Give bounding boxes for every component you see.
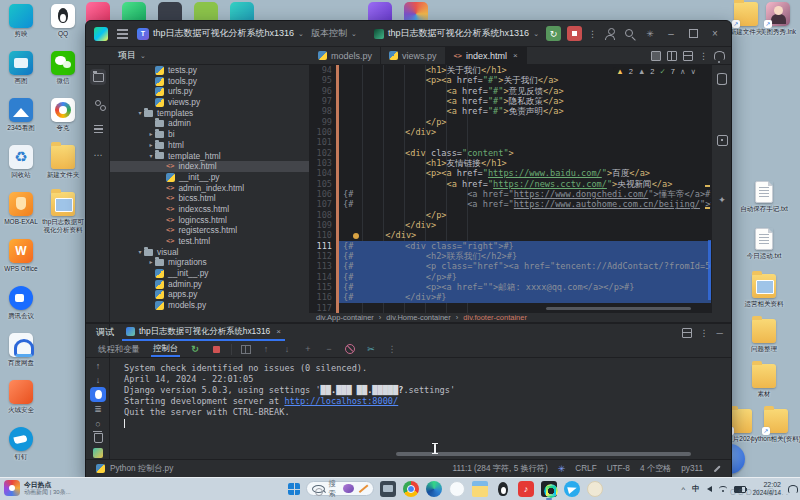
debug-tab-线程和变量[interactable]: 线程和变量 (96, 341, 142, 357)
desktop-icon-运营相关资料[interactable]: 运营相关资料 (736, 274, 792, 308)
desktop-icon-QQ[interactable]: QQ (42, 4, 84, 38)
notification-center-icon[interactable] (788, 485, 798, 493)
line-number[interactable]: 108 (310, 210, 336, 220)
breadcrumb-item[interactable]: div.App-container (316, 313, 374, 322)
tree-arrow-icon[interactable]: ▾ (136, 108, 144, 119)
taskbar-search[interactable]: 搜索 (306, 481, 374, 496)
desktop-icon-腾讯会议[interactable]: 腾讯会议 (0, 286, 42, 320)
project-panel-header[interactable]: 项目 ⌄ (86, 47, 310, 64)
line-number[interactable]: 111 (310, 241, 336, 251)
close-icon[interactable]: × (276, 327, 281, 336)
project-folder-icon[interactable] (90, 69, 106, 85)
tree-item-indexcss.html[interactable]: <>indexcss.html (110, 204, 309, 215)
more-icon[interactable]: ⋮ (699, 51, 708, 61)
tree-item-logincss.html[interactable]: <>logincss.html (110, 215, 309, 226)
battery-icon[interactable] (734, 486, 746, 493)
tree-arrow-icon[interactable]: ▸ (147, 129, 155, 140)
tree-item-apps.py[interactable]: apps.py (110, 289, 309, 300)
desktop-icon-素材[interactable]: 素材 (736, 364, 792, 398)
tree-item-tests.py[interactable]: tests.py (110, 65, 309, 76)
hide-panel-icon[interactable]: ─ (717, 328, 723, 338)
tree-arrow-icon[interactable]: ▸ (147, 140, 155, 151)
tree-item-__init__.py[interactable]: __init__.py (110, 172, 309, 183)
plus-icon[interactable]: + (302, 343, 314, 355)
desktop-icon-回收站[interactable]: 回收站 (0, 145, 42, 179)
pencil-icon[interactable] (714, 465, 721, 472)
layout-grid-icon[interactable] (683, 51, 693, 61)
tree-item-registercss.html[interactable]: <>registercss.html (110, 225, 309, 236)
arrow-down-icon[interactable]: ↓ (90, 373, 106, 388)
status-caret-position[interactable]: 111:1 (284 字符, 5 换行符) (453, 463, 548, 474)
desktop-icon-今日运动.txt[interactable]: 今日运动.txt (736, 228, 792, 260)
desktop-icon-美图秀秀.lnk[interactable]: ↗美图秀秀.lnk (750, 2, 800, 36)
desktop-icon-火绒安全[interactable]: 火绒安全 (0, 380, 42, 414)
line-number[interactable]: 105 (310, 179, 336, 189)
image-icon[interactable] (90, 445, 106, 460)
more-icon[interactable]: ⋯ (90, 147, 106, 163)
status-line-separator[interactable]: CRLF (575, 464, 596, 473)
debug-tab-控制台[interactable]: 控制台 (151, 341, 180, 357)
stop-button[interactable] (567, 26, 582, 41)
news-widget[interactable]: 今日热点 动画新闻 | 30条... (4, 480, 71, 496)
line-number[interactable]: 94 (310, 65, 336, 75)
layout-settings-icon[interactable] (682, 328, 692, 338)
editor-tab-views.py[interactable]: views.py (381, 47, 446, 64)
breadcrumb-item[interactable]: div.Home-container (386, 313, 450, 322)
search-icon[interactable] (623, 27, 637, 41)
line-number[interactable]: 116 (310, 292, 336, 302)
tree-item-__init__.py[interactable]: __init__.py (110, 268, 309, 279)
desktop-icon-钉钉[interactable]: 钉钉 (0, 427, 42, 461)
run-config-selector[interactable]: thp日志数据可视化分析系统hx1316 ⌄ (374, 27, 539, 40)
notifications-bell-icon[interactable] (714, 51, 725, 60)
line-number[interactable]: 101 (310, 137, 336, 147)
desktop-icon-夸克[interactable]: 夸克 (42, 98, 84, 132)
status-file-encoding[interactable]: UTF-8 (607, 464, 630, 473)
console-horizontal-scrollbar[interactable] (396, 452, 691, 456)
status-indent-setting[interactable]: 4 个空格 (640, 463, 671, 474)
settings-gear-icon[interactable]: ✳ (643, 27, 657, 41)
mute-breakpoints-icon[interactable] (344, 343, 356, 355)
tree-item-html[interactable]: ▸html (110, 140, 309, 151)
desktop-icon-新建文件夹[interactable]: 新建文件夹 (42, 145, 84, 179)
vcs-menu[interactable]: 版本控制 ⌄ (311, 27, 357, 40)
warning-mark[interactable] (705, 207, 710, 209)
stop-icon[interactable] (210, 343, 222, 355)
project-selector[interactable]: T thp日志数据可视化分析系统hx1316 ⌄ (137, 27, 304, 40)
desktop-icon-微信[interactable]: 微信 (42, 51, 84, 85)
commit-icon[interactable] (90, 95, 106, 111)
debug-session-tab[interactable]: thp日志数据可视化分析系统hx1316 × (122, 324, 285, 341)
line-number[interactable]: 100 (310, 127, 336, 137)
inspections-gear-icon[interactable]: ✳ (558, 464, 566, 474)
tree-item-visual[interactable]: ▾visual (110, 247, 309, 258)
clear-console-icon[interactable] (90, 431, 106, 446)
inspections-widget[interactable]: ▲2 ▲2 ✓7 ∧ ∨ (613, 67, 699, 76)
taskbar-app-palecircle[interactable] (587, 481, 603, 497)
close-icon[interactable]: × (513, 51, 518, 60)
tree-item-bicss.html[interactable]: <>bicss.html (110, 193, 309, 204)
editor-tab-models.py[interactable]: models.py (310, 47, 381, 64)
layout-single-icon[interactable] (651, 51, 661, 61)
line-number[interactable]: 107 (310, 199, 336, 209)
line-number[interactable]: 117 (310, 303, 336, 313)
tree-item-migrations[interactable]: ▸migrations (110, 257, 309, 268)
minus-icon[interactable]: − (323, 343, 335, 355)
editor-tab-index.html[interactable]: <>index.html× (446, 47, 527, 64)
input-method-indicator[interactable]: 中 (692, 484, 700, 494)
more-icon[interactable]: ⋮ (386, 343, 398, 355)
line-number[interactable]: 95 (310, 75, 336, 85)
line-number[interactable]: 110 (310, 230, 336, 240)
structure-icon[interactable] (90, 121, 106, 137)
tree-arrow-icon[interactable]: ▾ (136, 247, 144, 258)
desktop-icon-剪映[interactable]: 剪映 (0, 4, 42, 38)
tree-item-index.html[interactable]: <>index.html (110, 161, 309, 172)
tree-item-bi[interactable]: ▸bi (110, 129, 309, 140)
tree-item-models.py[interactable]: models.py (110, 300, 309, 311)
ai-assistant-icon[interactable]: ✦ (716, 195, 728, 205)
start-button[interactable] (288, 483, 300, 495)
tree-item-views.py[interactable]: views.py (110, 97, 309, 108)
line-number[interactable]: 98 (310, 106, 336, 116)
volume-icon[interactable] (707, 486, 712, 492)
desktop-icon-问题整理[interactable]: 问题整理 (736, 319, 792, 353)
line-number[interactable]: 109 (310, 220, 336, 230)
project-tree[interactable]: tests.pytools.pyurls.pyviews.py▾template… (110, 65, 310, 313)
